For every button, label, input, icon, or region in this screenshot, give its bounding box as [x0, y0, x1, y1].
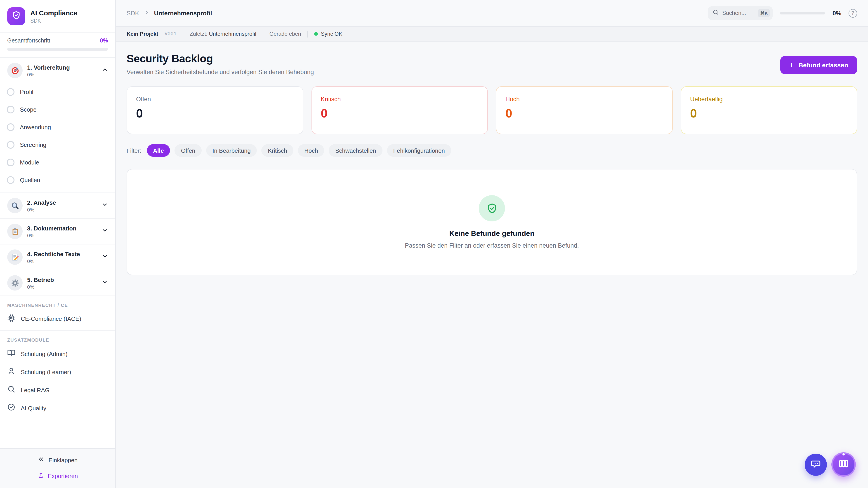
phase-label: 4. Rechtliche Texte: [27, 251, 97, 257]
filter-chip-kritisch[interactable]: Kritisch: [261, 144, 293, 157]
sidebar-item-schulung-admin[interactable]: Schulung (Admin): [0, 345, 115, 363]
chevron-down-icon: [102, 253, 108, 261]
sidebar-item-anwendung[interactable]: Anwendung: [0, 119, 115, 136]
search-icon: [7, 385, 16, 395]
last-saved-value: Unternehmensprofil: [209, 31, 256, 37]
overall-progress: Gesamtfortschritt 0%: [0, 33, 115, 58]
filter-chip-alle[interactable]: Alle: [147, 144, 170, 157]
app-window: AI Compliance SDK Gesamtfortschritt 0%: [0, 0, 868, 488]
sidebar-item-label: Scope: [20, 106, 37, 113]
section-title-maschinenrecht: MASCHINENRECHT / CE: [0, 296, 115, 310]
main-area: SDK Unternehmensprofil Suchen... ⌘K: [116, 0, 868, 488]
stats-row: Offen 0 Kritisch 0 Hoch 0 Ueberfaellig 0: [127, 86, 857, 134]
step-circle-icon: [7, 159, 14, 166]
phase-label: 5. Betrieb: [27, 276, 97, 283]
sidebar-item-profil[interactable]: Profil: [0, 83, 115, 101]
stat-label: Kritisch: [321, 96, 478, 103]
sidebar-item-screening[interactable]: Screening: [0, 136, 115, 154]
filter-chip-offen[interactable]: Offen: [175, 144, 202, 157]
chevron-down-icon: [102, 279, 108, 287]
page-subtitle: Verwalten Sie Sicherheitsbefunde und ver…: [127, 69, 314, 75]
empty-state-subtitle: Passen Sie den Filter an oder erfassen S…: [405, 242, 579, 249]
chevron-right-icon: [144, 9, 150, 17]
app-logo: [7, 7, 25, 25]
filter-chip-fehlkonfigurationen[interactable]: Fehlkonfigurationen: [387, 144, 451, 157]
stat-label: Offen: [136, 96, 293, 103]
double-chevron-left-icon: [38, 456, 44, 464]
app-brand: AI Compliance SDK: [0, 0, 115, 33]
last-saved-time: Gerade eben: [270, 31, 301, 37]
user-icon: [7, 367, 16, 377]
phase-header-dokumentation[interactable]: 3. Dokumentation 0%: [0, 219, 115, 244]
step-circle-icon: [7, 123, 14, 131]
topbar-progress-value: 0%: [833, 10, 841, 17]
chat-fab-button[interactable]: [805, 454, 827, 476]
sidebar-item-label: Anwendung: [20, 124, 51, 131]
collapse-sidebar-button[interactable]: Einklappen: [38, 456, 78, 464]
memo-icon: [7, 250, 23, 265]
target-icon: [7, 63, 23, 78]
breadcrumb-root[interactable]: SDK: [127, 10, 139, 17]
export-button[interactable]: Exportieren: [37, 472, 78, 480]
phase-header-betrieb[interactable]: 5. Betrieb 0%: [0, 270, 115, 295]
book-icon: [7, 349, 16, 359]
filter-chip-in-bearbeitung[interactable]: In Bearbeitung: [206, 144, 257, 157]
filter-chip-schwachstellen[interactable]: Schwachstellen: [329, 144, 382, 157]
sidebar-nav: 1. Vorbereitung 0% Profil Scope: [0, 58, 115, 448]
phase-header-vorbereitung[interactable]: 1. Vorbereitung 0%: [0, 58, 115, 83]
phase-progress: 0%: [27, 207, 97, 212]
chevron-up-icon: [102, 66, 108, 74]
phase-progress: 0%: [27, 258, 97, 264]
sidebar-item-quellen[interactable]: Quellen: [0, 171, 115, 189]
kanban-columns-icon: [838, 458, 849, 471]
cpu-icon: [7, 314, 16, 324]
shield-check-icon: [479, 195, 505, 221]
sync-ok-dot-icon: [314, 32, 318, 36]
sidebar-item-ai-quality[interactable]: AI Quality: [0, 399, 115, 417]
sidebar-item-schulung-learner[interactable]: Schulung (Learner): [0, 363, 115, 381]
phase-header-rechtliche-texte[interactable]: 4. Rechtliche Texte 0%: [0, 245, 115, 270]
sidebar-item-label: CE-Compliance (IACE): [21, 315, 81, 322]
phase-header-analyse[interactable]: 2. Analyse 0%: [0, 193, 115, 218]
empty-state-card: Keine Befunde gefunden Passen Sie den Fi…: [127, 169, 857, 275]
divider: [183, 31, 183, 37]
add-finding-button[interactable]: + Befund erfassen: [780, 56, 857, 74]
phase-label: 2. Analyse: [27, 199, 97, 206]
sidebar-item-ce-compliance[interactable]: CE-Compliance (IACE): [0, 310, 115, 331]
divider: [307, 31, 308, 37]
sidebar-item-label: Legal RAG: [21, 387, 50, 393]
phase-progress: 0%: [27, 232, 97, 238]
stat-value: 0: [136, 107, 293, 121]
chevron-down-icon: [102, 227, 108, 235]
phase-betrieb: 5. Betrieb 0%: [0, 270, 115, 296]
breadcrumb-current: Unternehmensprofil: [154, 10, 212, 17]
step-circle-icon: [7, 141, 14, 149]
status-bar: Kein Projekt V001 Zuletzt: Unternehmensp…: [116, 27, 868, 41]
sidebar-item-label: Quellen: [20, 177, 40, 184]
sidebar-item-label: AI Quality: [21, 404, 46, 412]
overall-progress-bar: [7, 48, 108, 51]
search-icon: [713, 9, 719, 17]
phase-rechtliche-texte: 4. Rechtliche Texte 0%: [0, 245, 115, 270]
clipboard-icon: [7, 224, 23, 239]
notification-dot-icon: [842, 453, 845, 455]
sidebar-item-label: Screening: [20, 141, 46, 148]
empty-state-title: Keine Befunde gefunden: [450, 230, 535, 238]
app-title: AI Compliance: [30, 9, 77, 17]
sidebar-item-module[interactable]: Module: [0, 154, 115, 171]
chevron-down-icon: [102, 201, 108, 210]
sidebar-item-scope[interactable]: Scope: [0, 101, 115, 119]
sidebar-item-legal-rag[interactable]: Legal RAG: [0, 381, 115, 399]
magnifier-icon: [7, 198, 23, 213]
filter-label: Filter:: [127, 147, 141, 154]
stat-value: 0: [690, 107, 848, 121]
topbar: SDK Unternehmensprofil Suchen... ⌘K: [116, 0, 868, 27]
stat-value: 0: [505, 107, 663, 121]
stat-label: Ueberfaellig: [690, 96, 848, 103]
kanban-fab-button[interactable]: [831, 452, 856, 477]
help-icon[interactable]: ?: [848, 9, 857, 18]
filter-chip-hoch[interactable]: Hoch: [298, 144, 324, 157]
search-input[interactable]: Suchen... ⌘K: [708, 6, 773, 20]
stat-card-ueberfaellig: Ueberfaellig 0: [681, 86, 857, 134]
page-title: Security Backlog: [127, 53, 314, 65]
